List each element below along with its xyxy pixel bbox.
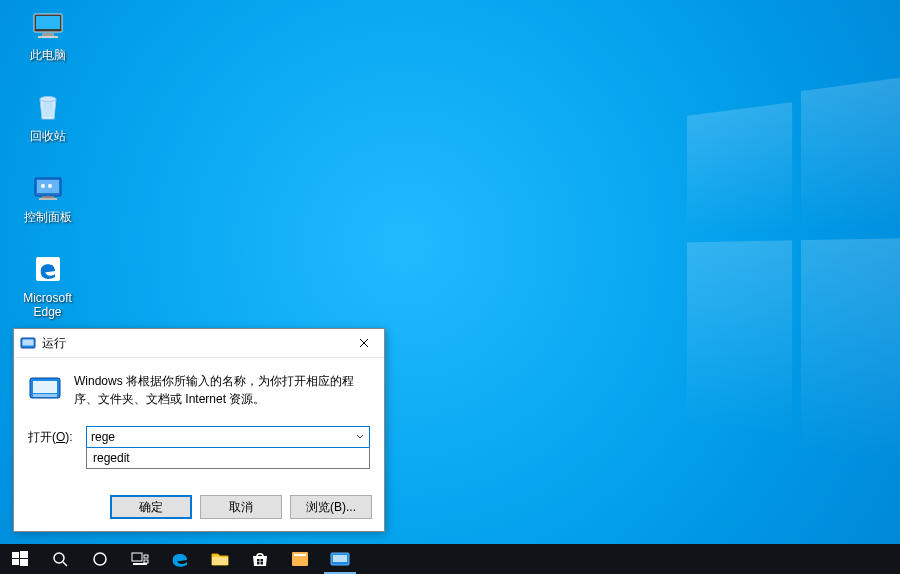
svg-rect-13: [23, 340, 34, 346]
svg-rect-15: [33, 381, 57, 393]
run-dialog-icon: [20, 335, 36, 351]
app-taskbar-icon[interactable]: [280, 544, 320, 574]
svg-rect-17: [12, 552, 19, 558]
run-taskbar-icon[interactable]: [320, 544, 360, 574]
svg-point-4: [40, 97, 56, 102]
desktop-icon-label: 控制面板: [24, 210, 72, 224]
autocomplete-list: regedit: [86, 448, 370, 469]
combobox-dropdown-button[interactable]: [351, 434, 369, 440]
svg-rect-28: [212, 557, 228, 565]
run-dialog: 运行 Windows 将根据你所输入的名称，为你打开相应的程序、文件夹、文档或 …: [13, 328, 385, 532]
svg-point-8: [48, 184, 52, 188]
control-panel-icon: [28, 168, 68, 208]
browse-button[interactable]: 浏览(B)...: [290, 495, 372, 519]
cortana-icon: [92, 551, 108, 567]
close-icon: [359, 338, 369, 348]
svg-rect-29: [257, 559, 260, 562]
edge-icon: [170, 549, 190, 569]
edge-taskbar-icon[interactable]: [160, 544, 200, 574]
computer-icon: [28, 6, 68, 46]
svg-rect-31: [257, 562, 260, 565]
svg-rect-19: [12, 559, 19, 565]
wallpaper-windows-logo: [687, 13, 900, 516]
windows-logo-icon: [12, 551, 28, 567]
svg-rect-10: [39, 198, 57, 200]
svg-rect-16: [33, 394, 57, 397]
edge-icon: [28, 249, 68, 289]
svg-rect-3: [38, 36, 58, 38]
task-view-icon: [131, 552, 149, 566]
desktop-icon-recycle-bin[interactable]: 回收站: [10, 81, 85, 162]
run-icon: [330, 551, 350, 567]
run-dialog-titlebar[interactable]: 运行: [14, 329, 384, 358]
desktop-icon-label: Microsoft Edge: [23, 291, 72, 319]
taskbar: [0, 544, 900, 574]
svg-rect-2: [42, 33, 54, 36]
cortana-button[interactable]: [80, 544, 120, 574]
svg-rect-25: [144, 555, 148, 558]
svg-rect-18: [20, 551, 28, 558]
task-view-button[interactable]: [120, 544, 160, 574]
close-button[interactable]: [344, 329, 384, 357]
desktop-icon-edge[interactable]: Microsoft Edge: [10, 243, 85, 324]
svg-rect-20: [20, 559, 28, 566]
desktop-icon-label: 此电脑: [30, 48, 66, 62]
svg-rect-6: [37, 180, 59, 193]
svg-point-7: [41, 184, 45, 188]
svg-rect-34: [294, 554, 306, 556]
start-button[interactable]: [0, 544, 40, 574]
chevron-down-icon: [356, 434, 364, 440]
svg-rect-26: [144, 560, 148, 563]
app-icon: [291, 551, 309, 567]
desktop-icon-label: 回收站: [30, 129, 66, 143]
run-dialog-large-icon: [28, 372, 62, 406]
svg-rect-36: [333, 555, 347, 562]
run-dialog-description: Windows 将根据你所输入的名称，为你打开相应的程序、文件夹、文档或 Int…: [74, 372, 370, 408]
desktop-icon-this-pc[interactable]: 此电脑: [10, 0, 85, 81]
ok-button[interactable]: 确定: [110, 495, 192, 519]
run-open-label: 打开(O):: [28, 429, 78, 446]
store-icon: [251, 550, 269, 568]
search-button[interactable]: [40, 544, 80, 574]
desktop-background[interactable]: 此电脑 回收站: [0, 0, 900, 544]
recycle-bin-icon: [28, 87, 68, 127]
run-dialog-title: 运行: [42, 335, 344, 352]
folder-icon: [211, 551, 229, 567]
autocomplete-item[interactable]: regedit: [87, 448, 369, 468]
svg-line-22: [63, 562, 67, 566]
file-explorer-taskbar-icon[interactable]: [200, 544, 240, 574]
svg-point-21: [54, 553, 64, 563]
run-open-input[interactable]: [87, 428, 351, 446]
svg-rect-32: [261, 562, 264, 565]
desktop-icon-control-panel[interactable]: 控制面板: [10, 162, 85, 243]
svg-point-23: [94, 553, 106, 565]
run-open-combobox[interactable]: [86, 426, 370, 448]
svg-rect-1: [36, 16, 60, 29]
cancel-button[interactable]: 取消: [200, 495, 282, 519]
svg-rect-30: [261, 559, 264, 562]
search-icon: [52, 551, 68, 567]
store-taskbar-icon[interactable]: [240, 544, 280, 574]
svg-rect-24: [132, 553, 142, 561]
svg-rect-9: [42, 196, 54, 198]
